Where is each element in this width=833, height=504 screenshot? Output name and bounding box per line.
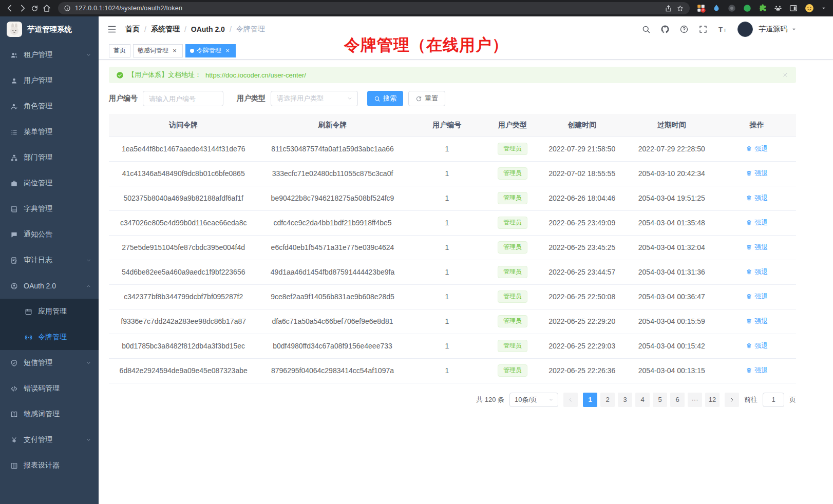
user-avatar[interactable]: [737, 22, 753, 37]
access-token-cell: 41c41346a548490f9dc8b01c6bfe0865: [109, 161, 258, 186]
refresh-icon[interactable]: [31, 5, 39, 12]
page-button[interactable]: 5: [653, 393, 667, 407]
app-logo[interactable]: 芋道管理系统: [0, 16, 99, 42]
profile-avatar-icon[interactable]: [804, 3, 815, 13]
column-header-access-token: 访问令牌: [109, 114, 258, 137]
tab-sensitive-word[interactable]: 敏感词管理×: [133, 44, 183, 57]
caret-down-icon[interactable]: [821, 5, 827, 11]
page-button[interactable]: 2: [600, 393, 615, 407]
blue-extension-icon[interactable]: [712, 4, 721, 13]
force-logout-button[interactable]: 强退: [746, 144, 768, 153]
force-logout-button[interactable]: 强退: [746, 292, 768, 301]
breadcrumb-separator: /: [230, 25, 232, 33]
user-type-badge: 管理员: [498, 340, 527, 352]
doc-link[interactable]: https://doc.iocoder.cn/user-center/: [205, 71, 306, 79]
sidebar-item-role[interactable]: 角色管理: [0, 93, 99, 119]
dark-extension-icon[interactable]: [727, 4, 736, 13]
sidebar-item-sms[interactable]: 短信管理: [0, 350, 99, 376]
home-icon[interactable]: [42, 4, 51, 13]
fullscreen-icon[interactable]: [698, 25, 708, 34]
sidebar-item-dept[interactable]: 部门管理: [0, 145, 99, 170]
token-table-body: 1ea5e44f8bc1467aaede43144f31de76811c5304…: [109, 137, 796, 383]
sidebar-item-oauth2[interactable]: OAuth 2.0: [0, 273, 99, 299]
sidebar-item-user[interactable]: 用户管理: [0, 68, 99, 93]
font-size-icon[interactable]: TT: [717, 24, 728, 34]
breadcrumb-item[interactable]: OAuth 2.0: [191, 25, 225, 33]
create-time-cell: 2022-06-26 18:04:46: [538, 186, 626, 210]
grid-badge-extension-icon[interactable]: 0: [696, 4, 706, 13]
prev-page-button[interactable]: [563, 393, 578, 407]
bookmark-star-icon[interactable]: [676, 5, 684, 12]
trash-icon: [746, 268, 752, 275]
force-logout-button[interactable]: 强退: [746, 317, 768, 326]
sidebar-item-pay[interactable]: 支付管理: [0, 427, 99, 453]
refresh-token-cell: be90422b8c7946218275a508bf524fc9: [258, 186, 407, 210]
sidebar-item-tenant[interactable]: 租户管理: [0, 42, 99, 68]
breadcrumb-item[interactable]: 系统管理: [151, 25, 180, 34]
page-size-value: 10条/页: [515, 395, 537, 404]
goto-page-input[interactable]: [763, 393, 784, 407]
user-id-cell: 1: [407, 358, 487, 383]
split-view-icon[interactable]: [789, 4, 798, 13]
force-logout-button[interactable]: 强退: [746, 243, 768, 252]
next-page-button[interactable]: [725, 393, 739, 407]
force-logout-button[interactable]: 强退: [746, 169, 768, 178]
green-extension-icon[interactable]: [743, 4, 752, 13]
menu-fold-icon[interactable]: [107, 24, 117, 34]
sidebar-item-oauth2-app[interactable]: 应用管理: [0, 299, 99, 324]
page-size-select[interactable]: 10条/页: [509, 393, 558, 407]
create-time-cell: 2022-06-25 22:29:03: [538, 334, 626, 358]
search-button[interactable]: 搜索: [367, 91, 403, 106]
sidebar-item-audit-log[interactable]: 审计日志: [0, 247, 99, 273]
tab-home[interactable]: 首页: [109, 44, 130, 57]
puzzle-extension-icon[interactable]: [758, 4, 767, 13]
info-icon[interactable]: [64, 5, 71, 12]
sidebar-item-sensitive-word[interactable]: 敏感词管理: [0, 401, 99, 427]
forward-icon[interactable]: [18, 4, 27, 13]
force-logout-button[interactable]: 强退: [746, 341, 768, 351]
annotation-text: 令牌管理（在线用户）: [344, 34, 508, 56]
page-button[interactable]: 3: [618, 393, 632, 407]
search-icon[interactable]: [641, 25, 651, 34]
force-logout-button[interactable]: 强退: [746, 267, 768, 277]
back-icon[interactable]: [5, 4, 14, 13]
user-type-select[interactable]: 请选择用户类型: [271, 91, 358, 106]
sidebar-item-oauth2-token[interactable]: 令牌管理: [0, 324, 99, 350]
page-button[interactable]: 1: [583, 393, 597, 407]
tab-close-icon[interactable]: ×: [171, 47, 178, 54]
force-logout-button[interactable]: 强退: [746, 193, 768, 203]
sidebar-item-menu[interactable]: 菜单管理: [0, 119, 99, 145]
tab-token[interactable]: 令牌管理×: [185, 44, 236, 57]
share-icon[interactable]: [665, 5, 672, 12]
github-icon[interactable]: [660, 25, 670, 34]
sidebar-item-dict[interactable]: 字典管理: [0, 196, 99, 222]
user-type-badge: 管理员: [498, 167, 527, 180]
tab-close-icon[interactable]: ×: [224, 47, 231, 54]
access-token-cell: 275e5de9151045fe87cbdc395e004f4d: [109, 235, 258, 260]
sidebar-menu: 租户管理用户管理角色管理菜单管理部门管理岗位管理字典管理通知公告审计日志OAut…: [0, 42, 99, 478]
paw-extension-icon[interactable]: [773, 4, 783, 13]
close-icon[interactable]: [782, 71, 789, 79]
reset-button[interactable]: 重置: [408, 91, 445, 106]
force-logout-button[interactable]: 强退: [746, 218, 768, 227]
sidebar-item-post[interactable]: 岗位管理: [0, 170, 99, 196]
sidebar-item-label: 菜单管理: [24, 127, 52, 137]
force-logout-button[interactable]: 强退: [746, 366, 768, 375]
address-bar[interactable]: 127.0.0.1:1024/system/oauth2/token: [58, 2, 690, 14]
force-logout-label: 强退: [754, 218, 768, 227]
user-id-input[interactable]: [143, 91, 223, 106]
page-more-button[interactable]: ···: [688, 393, 702, 407]
page-button[interactable]: 12: [705, 393, 720, 407]
sidebar-item-report[interactable]: 报表设计器: [0, 453, 99, 478]
page-button[interactable]: 4: [635, 393, 650, 407]
sidebar-item-notice[interactable]: 通知公告: [0, 222, 99, 247]
breadcrumb-item[interactable]: 首页: [125, 25, 140, 34]
trash-icon: [746, 145, 752, 152]
sidebar-item-error-code[interactable]: 错误码管理: [0, 376, 99, 401]
caret-down-icon[interactable]: [791, 26, 797, 32]
page-button[interactable]: 6: [670, 393, 685, 407]
user-id-label: 用户编号: [109, 94, 138, 103]
question-icon[interactable]: [679, 25, 689, 34]
user-type-cell: 管理员: [487, 137, 538, 161]
user-name[interactable]: 芋道源码: [759, 25, 787, 34]
